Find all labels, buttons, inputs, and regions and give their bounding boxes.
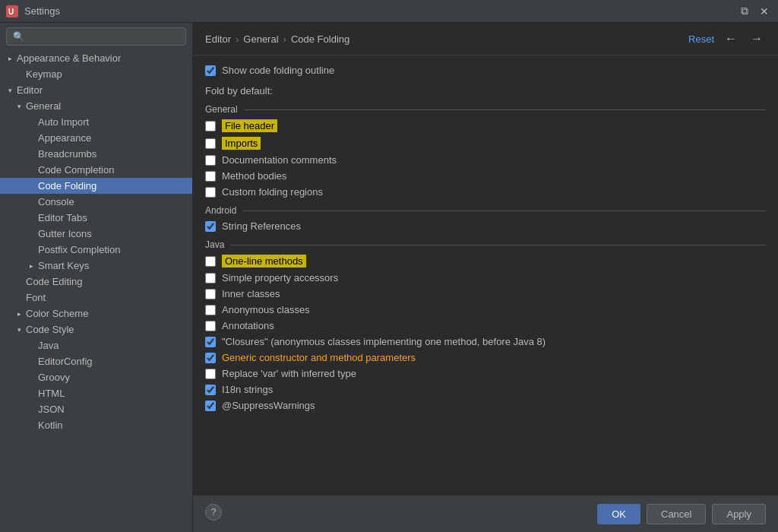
checkbox-one-line-methods[interactable]: [205, 256, 216, 267]
label-custom-folding[interactable]: Custom folding regions: [222, 186, 323, 198]
sidebar-item-gutter-icons[interactable]: Gutter Icons: [0, 226, 192, 242]
sidebar-label-auto-import: Auto Import: [38, 116, 89, 128]
sidebar-item-breadcrumbs[interactable]: Breadcrumbs: [0, 146, 192, 162]
content-panel: Editor › General › Code Folding Reset ← …: [193, 23, 778, 532]
footer: ? OK Cancel Apply: [193, 496, 778, 532]
fold-by-default-label: Fold by default:: [205, 85, 766, 97]
sidebar-item-smart-keys[interactable]: ▸Smart Keys: [0, 258, 192, 274]
sidebar-item-font[interactable]: Font: [0, 290, 192, 306]
close-button[interactable]: ✕: [757, 4, 772, 19]
sidebar-label-editor-tabs: Editor Tabs: [38, 212, 87, 223]
checkbox-row-method-bodies: Method bodies: [205, 170, 766, 182]
sidebar-item-editor-tabs[interactable]: Editor Tabs: [0, 210, 192, 226]
section-label-general: General: [205, 104, 766, 115]
checkbox-suppress-warnings[interactable]: [205, 401, 216, 411]
sidebar-item-postfix-completion[interactable]: Postfix Completion: [0, 242, 192, 258]
label-inner-classes[interactable]: Inner classes: [222, 288, 280, 299]
label-replace-var[interactable]: Replace 'var' with inferred type: [222, 368, 356, 379]
apply-button[interactable]: Apply: [712, 504, 766, 524]
sidebar-item-groovy[interactable]: Groovy: [0, 369, 192, 385]
checkbox-i18n[interactable]: [205, 385, 216, 395]
show-outline-row: Show code folding outline: [205, 65, 766, 76]
checkbox-string-references[interactable]: [205, 221, 216, 232]
checkbox-replace-var[interactable]: [205, 369, 216, 379]
layout-button[interactable]: ⧉: [737, 4, 752, 19]
sidebar: ▸Appearance & BehaviorKeymap▾Editor▾Gene…: [0, 23, 193, 532]
sidebar-item-editor[interactable]: ▾Editor: [0, 82, 192, 98]
app-icon: U: [6, 5, 18, 17]
sidebar-item-console[interactable]: Console: [0, 194, 192, 210]
sidebar-item-code-completion[interactable]: Code Completion: [0, 162, 192, 178]
checkbox-inner-classes[interactable]: [205, 289, 216, 299]
sidebar-item-code-editing[interactable]: Code Editing: [0, 274, 192, 290]
checkbox-closures[interactable]: [205, 337, 216, 347]
sidebar-item-appearance[interactable]: Appearance: [0, 130, 192, 146]
show-outline-checkbox[interactable]: [205, 65, 216, 76]
label-generic-constructor[interactable]: Generic constructor and method parameter…: [222, 352, 416, 363]
label-method-bodies[interactable]: Method bodies: [222, 170, 286, 182]
sidebar-item-code-folding[interactable]: Code Folding: [0, 178, 192, 194]
sidebar-item-code-style[interactable]: ▾Code Style: [0, 321, 192, 337]
checkbox-row-replace-var: Replace 'var' with inferred type: [205, 368, 766, 379]
title-bar-controls: ⧉ ✕: [737, 4, 772, 19]
label-i18n[interactable]: I18n strings: [222, 384, 273, 395]
sidebar-item-html[interactable]: HTML: [0, 385, 192, 401]
sidebar-item-json[interactable]: JSON: [0, 401, 192, 417]
label-anonymous-classes[interactable]: Anonymous classes: [222, 304, 310, 315]
label-annotations[interactable]: Annotations: [222, 320, 274, 331]
checkbox-row-anonymous-classes: Anonymous classes: [205, 304, 766, 315]
sidebar-label-general: General: [26, 100, 61, 112]
reset-button[interactable]: Reset: [688, 33, 714, 45]
arrow-icon-smart-keys: ▸: [27, 262, 35, 270]
svg-text:U: U: [8, 8, 14, 16]
arrow-icon-color-scheme: ▸: [15, 310, 23, 318]
label-suppress-warnings[interactable]: @SuppressWarnings: [222, 400, 315, 411]
sidebar-item-color-scheme[interactable]: ▸Color Scheme: [0, 306, 192, 321]
content-header: Editor › General › Code Folding Reset ← …: [193, 23, 778, 55]
checkbox-method-bodies[interactable]: [205, 171, 216, 182]
label-simple-property[interactable]: Simple property accessors: [222, 272, 338, 283]
label-string-references[interactable]: String References: [222, 220, 301, 232]
sidebar-item-editorconfig[interactable]: EditorConfig: [0, 353, 192, 369]
sidebar-item-kotlin[interactable]: Kotlin: [0, 417, 192, 433]
show-outline-label[interactable]: Show code folding outline: [222, 65, 334, 76]
checkbox-row-inner-classes: Inner classes: [205, 288, 766, 299]
arrow-icon-code-style: ▾: [15, 326, 23, 334]
checkbox-simple-property[interactable]: [205, 273, 216, 283]
window-title: Settings: [24, 5, 60, 17]
content-body: Show code folding outline Fold by defaul…: [193, 55, 778, 496]
checkbox-imports[interactable]: [205, 138, 216, 149]
label-imports[interactable]: Imports: [222, 137, 261, 150]
checkbox-annotations[interactable]: [205, 321, 216, 331]
section-label-java: Java: [205, 239, 766, 250]
sidebar-label-postfix-completion: Postfix Completion: [38, 244, 120, 255]
sidebar-label-console: Console: [38, 196, 74, 207]
checkbox-row-annotations: Annotations: [205, 320, 766, 331]
checkbox-generic-constructor[interactable]: [205, 353, 216, 363]
header-actions: Reset ← →: [688, 30, 766, 47]
title-bar: U Settings ⧉ ✕: [0, 0, 778, 23]
breadcrumb-general: General: [243, 33, 278, 45]
sidebar-item-keymap[interactable]: Keymap: [0, 66, 192, 82]
help-button[interactable]: ?: [205, 504, 222, 521]
sidebar-item-java[interactable]: Java: [0, 337, 192, 353]
checkbox-custom-folding[interactable]: [205, 187, 216, 198]
label-file-header[interactable]: File header: [222, 119, 277, 132]
sidebar-item-appearance-behavior[interactable]: ▸Appearance & Behavior: [0, 50, 192, 66]
checkbox-doc-comments[interactable]: [205, 155, 216, 166]
label-one-line-methods[interactable]: One-line methods: [222, 255, 306, 268]
checkbox-file-header[interactable]: [205, 121, 216, 131]
sidebar-item-auto-import[interactable]: Auto Import: [0, 114, 192, 130]
sidebar-item-general[interactable]: ▾General: [0, 98, 192, 114]
sidebar-label-color-scheme: Color Scheme: [26, 308, 88, 319]
forward-button[interactable]: →: [748, 30, 766, 47]
breadcrumb-editor: Editor: [205, 33, 231, 45]
checkbox-anonymous-classes[interactable]: [205, 305, 216, 315]
label-closures[interactable]: "Closures" (anonymous classes implementi…: [222, 336, 546, 347]
breadcrumb-sep-2: ›: [283, 33, 286, 45]
label-doc-comments[interactable]: Documentation comments: [222, 154, 337, 166]
search-input[interactable]: [6, 27, 186, 46]
cancel-button[interactable]: Cancel: [647, 504, 706, 524]
ok-button[interactable]: OK: [597, 504, 640, 524]
back-button[interactable]: ←: [722, 30, 740, 47]
